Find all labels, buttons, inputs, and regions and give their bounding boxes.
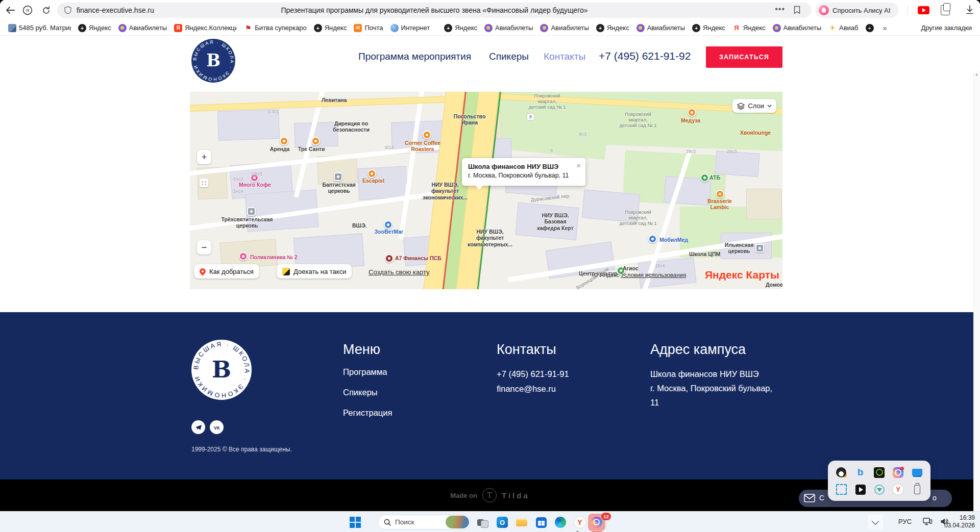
yandex-home-button[interactable]: Я <box>20 3 35 17</box>
other-bookmarks-button[interactable]: Другие закладки <box>914 24 972 32</box>
bookmark-item[interactable]: 5485 руб. Матриц <box>8 24 71 32</box>
map-poi-icon[interactable] <box>700 173 709 182</box>
back-button[interactable] <box>3 3 17 17</box>
media-player-icon[interactable] <box>851 481 870 498</box>
taskbar-clock[interactable]: 16:39 03.04.2026 <box>944 514 975 529</box>
desktop: Я finance-executive.hse.ru Презентация п… <box>0 0 980 532</box>
bookmark-item[interactable]: Яндекс <box>692 24 725 32</box>
bing-icon[interactable]: b <box>851 464 870 481</box>
snip-select-icon[interactable] <box>832 481 851 498</box>
bookmark-item[interactable]: Интернет <box>390 24 430 32</box>
bookmark-item[interactable]: Почта <box>354 24 383 32</box>
taskbar-search[interactable]: Поиск <box>378 515 471 529</box>
yandex-browser-icon[interactable]: Y <box>572 514 588 530</box>
map-label: НИУ ВШЭ, Базовая кафедра Керт <box>537 212 574 231</box>
address-bar[interactable]: finance-executive.hse.ru Презентация про… <box>57 3 812 18</box>
map-poi-icon[interactable] <box>755 244 764 252</box>
network-icon[interactable] <box>923 517 933 528</box>
nav-speakers[interactable]: Спикеры <box>489 51 529 62</box>
yandex-browser-icon[interactable]: Y <box>889 481 908 498</box>
usb-device-icon[interactable] <box>908 481 926 498</box>
update-download-icon[interactable] <box>870 481 889 498</box>
collections-panel-icon[interactable] <box>941 5 950 15</box>
file-explorer-icon[interactable] <box>513 514 530 530</box>
map-pin-icon <box>199 267 207 276</box>
search-weather-thumbnail[interactable] <box>446 516 469 528</box>
bookmark-item[interactable]: Авиабилеты <box>118 24 167 32</box>
downloads-icon[interactable] <box>966 5 974 16</box>
footer-menu-1[interactable]: Спикеры <box>343 388 392 397</box>
bookmark-item[interactable] <box>866 24 874 32</box>
taxi-button[interactable]: Доехать на такси <box>277 264 352 278</box>
map-poi-icon[interactable] <box>334 172 342 181</box>
map-layers-button[interactable]: Слои <box>732 99 776 113</box>
bookmark-item[interactable]: Яндекс <box>596 24 629 32</box>
map-poi-icon[interactable] <box>688 108 696 117</box>
bookmark-item[interactable]: Яндекс <box>314 24 347 32</box>
language-indicator[interactable]: РУС <box>898 518 912 525</box>
create-map-link[interactable]: Создать свою карту <box>369 268 430 276</box>
terms-link[interactable]: Условия использования <box>621 272 687 278</box>
start-button[interactable] <box>347 514 363 530</box>
balloon-close-icon[interactable]: × <box>576 161 581 170</box>
telegram-icon[interactable] <box>191 420 205 434</box>
bookmark-item[interactable]: Яндекс.Коллекци <box>174 24 237 32</box>
map-poi-icon[interactable] <box>716 190 724 198</box>
task-view-button[interactable] <box>475 514 491 530</box>
nav-contacts[interactable]: Контакты <box>544 51 585 62</box>
signup-button[interactable]: ЗАПИСАТЬСЯ <box>706 46 782 68</box>
map-poi-icon[interactable] <box>368 169 376 178</box>
map-poi-icon[interactable] <box>247 207 256 216</box>
bookmark-item[interactable]: Яндекс <box>444 24 477 32</box>
edge-icon[interactable] <box>552 514 569 530</box>
nvidia-geforce-icon[interactable] <box>870 464 889 481</box>
display-app-icon[interactable] <box>908 464 926 481</box>
route-button[interactable]: Как добраться <box>194 264 259 278</box>
bookmark-item[interactable]: Битва суперкаро <box>244 24 307 32</box>
map-zoom-out-button[interactable]: − <box>197 240 211 255</box>
footer-phone[interactable]: +7 (495) 621-91-91 <box>497 369 569 379</box>
bookmark-item[interactable]: Авиаб <box>828 24 859 32</box>
map-zoom-drag-handle[interactable] <box>200 179 208 187</box>
hse-logo[interactable]: ВЫСШАЯ · ШКОЛА · ЭКОНОМИКИ · В <box>191 39 235 85</box>
map-poi-icon[interactable] <box>311 137 320 145</box>
tilda-brand[interactable]: Tilda <box>502 491 530 500</box>
page-scrollbar[interactable]: ▲ ▼ <box>973 71 980 511</box>
tilda-logo[interactable]: T <box>482 488 497 502</box>
ask-alice-button[interactable]: Спросить Алису AI <box>816 3 898 18</box>
tray-overflow-button[interactable] <box>868 515 883 529</box>
map-poi-icon[interactable] <box>385 254 394 263</box>
nav-program[interactable]: Программа мероприятия <box>358 51 471 62</box>
vk-icon[interactable]: VK <box>210 420 224 434</box>
bookmark-item[interactable]: Авиабилеты <box>540 24 589 32</box>
map-poi-icon[interactable] <box>423 131 431 139</box>
map-poi-icon[interactable] <box>648 235 657 243</box>
bookmark-item[interactable]: Авиабилеты <box>484 24 533 32</box>
microsoft-store-icon[interactable] <box>533 514 549 530</box>
map-poi-icon[interactable] <box>384 220 393 229</box>
header-phone[interactable]: +7 (495) 621-91-92 <box>599 50 691 62</box>
bookmark-item[interactable]: Авиабилеты <box>773 24 821 32</box>
yandex-maps-logo[interactable]: Яндекс Карты <box>705 269 779 281</box>
bookmark-flag-icon[interactable] <box>794 6 800 16</box>
outlook-icon[interactable]: O <box>494 514 510 530</box>
bookmark-item[interactable]: Яндекс <box>78 24 111 32</box>
reload-button[interactable] <box>39 3 53 17</box>
map-poi-icon[interactable] <box>280 137 288 145</box>
footer-menu-2[interactable]: Регистрация <box>343 408 392 418</box>
camera-app-icon[interactable] <box>889 464 908 481</box>
bookmarks-overflow-icon[interactable]: » <box>883 23 887 32</box>
windows-taskbar: Поиск O Y 12 РУС 16:39 03.04.2026 <box>0 511 980 532</box>
more-actions-icon[interactable]: ••• <box>775 5 785 14</box>
penguin-app-icon[interactable] <box>832 464 851 481</box>
bookmark-item[interactable]: Яндекс <box>732 24 766 32</box>
map-poi-icon[interactable] <box>239 252 248 261</box>
footer-email[interactable]: finance@hse.ru <box>497 384 556 394</box>
yandex-map[interactable]: Левитана1-3с1Дирекция по безопасностиПос… <box>190 92 782 289</box>
map-label: Посольство Ирана <box>454 113 486 126</box>
map-zoom-in-button[interactable]: + <box>197 150 211 164</box>
footer-menu-0[interactable]: Программа <box>343 367 392 377</box>
youtube-extension-icon[interactable] <box>918 6 929 14</box>
bookmark-item[interactable]: Авиабилеты <box>636 24 685 32</box>
scroll-up-icon[interactable]: ▲ <box>975 72 978 76</box>
